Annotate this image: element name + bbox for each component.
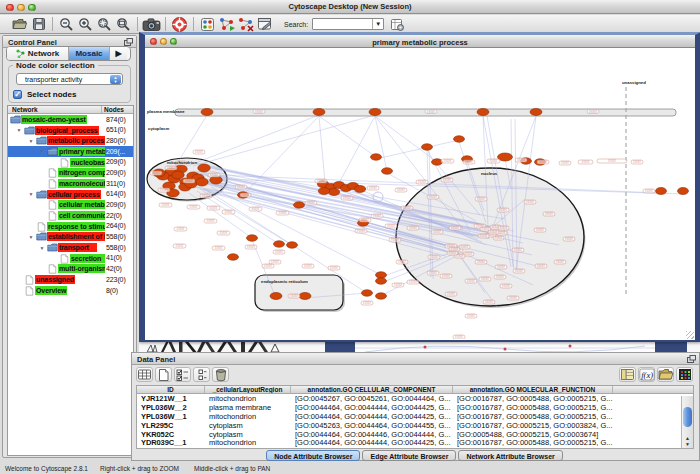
unselect-all-attributes-button[interactable] (193, 367, 210, 382)
table-row[interactable]: YPL036W__1mitochondrion[GO:0044464, GO:0… (137, 412, 693, 421)
tree-col-network[interactable]: Network (8, 106, 102, 113)
tree-col-nodes[interactable]: Nodes (102, 106, 133, 113)
tree-row[interactable]: nucleobase-209(0) (8, 157, 133, 168)
tree-row[interactable]: ▼metabolic process280(0) (8, 135, 133, 146)
network-edge[interactable] (375, 116, 387, 171)
network-node[interactable] (274, 241, 285, 248)
snapshot-button[interactable] (142, 16, 161, 33)
network-edge[interactable] (339, 116, 375, 183)
table-column-header[interactable]: _cellularLayoutRegion (205, 386, 291, 393)
network-edge[interactable] (376, 140, 459, 159)
tree-row[interactable]: ▼establishment of lo558(0) (8, 232, 133, 243)
network-edge[interactable] (375, 116, 437, 162)
network-edge[interactable] (193, 115, 375, 166)
network-node[interactable] (299, 293, 311, 300)
network-edge[interactable] (243, 116, 319, 195)
create-view-button[interactable] (217, 16, 236, 33)
network-node[interactable] (530, 109, 542, 116)
network-node[interactable] (376, 293, 387, 300)
table-row[interactable]: YLR295Ccytoplasm[GO:0045263, GO:0044464,… (137, 421, 693, 430)
tab-node-attribute-browser[interactable]: Node Attribute Browser (266, 450, 360, 461)
disclosure-triangle-icon[interactable]: ▼ (38, 245, 46, 251)
network-node[interactable] (678, 188, 689, 195)
tree-row[interactable]: ▼biological_process651(0) (8, 125, 133, 136)
network-node[interactable] (313, 109, 325, 116)
tree-row[interactable]: cellular metabo209(0) (8, 200, 133, 211)
network-node[interactable] (382, 168, 393, 175)
configure-search-button[interactable] (388, 16, 407, 33)
network-node[interactable] (318, 188, 330, 195)
function-builder-button[interactable]: f(x) (638, 367, 655, 382)
graphics-details-button[interactable] (198, 16, 217, 33)
disclosure-triangle-icon[interactable]: ▼ (27, 138, 35, 144)
tab-overflow-button[interactable]: ▶ (110, 47, 127, 60)
search-input[interactable]: ▼ (312, 18, 384, 30)
node-color-combobox[interactable]: transporter activity ▲▼ (16, 73, 123, 85)
select-nodes-checkbox[interactable]: ✓ (13, 90, 22, 99)
table-column-header[interactable]: annotation.GO MOLECULAR_FUNCTION (453, 386, 613, 393)
network-node[interactable] (287, 242, 298, 249)
float-panel-icon[interactable] (124, 38, 133, 46)
tree-row[interactable]: secretion 41(0) (8, 253, 133, 264)
delete-attribute-button[interactable] (212, 367, 229, 382)
network-node[interactable] (198, 164, 211, 172)
import-attributes-button[interactable] (657, 367, 674, 382)
table-row[interactable]: YKR052Ccytoplasm[GO:0044464, GO:0044446,… (137, 430, 693, 439)
destroy-view-button[interactable] (236, 16, 255, 33)
vizmapper-button[interactable] (170, 16, 189, 33)
network-edge[interactable] (319, 116, 376, 157)
select-attributes-button[interactable] (136, 367, 153, 382)
network-node[interactable] (196, 178, 209, 186)
network-node[interactable] (362, 290, 373, 297)
tab-mosaic[interactable]: Mosaic (69, 47, 110, 60)
table-column-header[interactable]: annotation.GO CELLULAR_COMPONENT (291, 386, 453, 393)
tree-row[interactable]: Overview8(0) (8, 285, 133, 296)
tree-row[interactable]: unassigned223(0) (8, 274, 133, 285)
scrollbar-arrows-icon[interactable]: ▲▼ (682, 435, 693, 447)
network-node[interactable] (270, 293, 282, 300)
tab-network[interactable]: Network (7, 47, 69, 60)
zoom-selected-button[interactable] (95, 16, 114, 33)
network-node[interactable] (432, 159, 443, 166)
resize-grip-icon[interactable] (686, 331, 694, 339)
tree-row[interactable]: ▼transport 558(0) (8, 242, 133, 253)
tree-row[interactable]: mosaic-demo-yeast874(0) (8, 114, 133, 125)
network-node[interactable] (247, 235, 258, 242)
network-edge[interactable] (319, 116, 325, 182)
search-dropdown-arrow-icon[interactable]: ▼ (372, 19, 383, 29)
select-all-attributes-button[interactable] (174, 367, 191, 382)
tree-row[interactable]: nitrogen compo209(0) (8, 167, 133, 178)
network-node[interactable] (477, 109, 489, 116)
table-scrollbar[interactable]: ▲▼ (681, 396, 693, 448)
disclosure-triangle-icon[interactable]: ▼ (27, 234, 35, 240)
tree-row[interactable]: multi-organism pro42(0) (8, 264, 133, 275)
network-node[interactable] (294, 202, 305, 209)
tree-row[interactable]: macromolecule311(0) (8, 178, 133, 189)
zoom-out-button[interactable] (57, 16, 76, 33)
table-row[interactable]: YJR121W__1mitochondrion[GO:0045267, GO:0… (137, 394, 693, 403)
network-node[interactable] (656, 188, 667, 195)
disclosure-triangle-icon[interactable]: ▼ (27, 191, 35, 197)
tree-row[interactable]: response to stimul264(0) (8, 221, 133, 232)
tree-row[interactable]: ▼primary metabo209(... (8, 146, 133, 157)
network-node[interactable] (454, 136, 465, 143)
network-node[interactable] (201, 109, 213, 116)
network-node[interactable] (376, 278, 387, 285)
disclosure-triangle-icon[interactable]: ▼ (38, 148, 46, 154)
annotation-button[interactable] (255, 16, 274, 33)
table-row[interactable]: YDR039C__1mitochondrion[GO:0044464, GO:0… (137, 438, 693, 447)
zoom-fit-button[interactable] (114, 16, 133, 33)
scrollbar-thumb[interactable] (683, 407, 692, 427)
tree-row[interactable]: cell communicat22(0) (8, 210, 133, 221)
network-node[interactable] (369, 109, 381, 116)
attribute-batch-button[interactable] (619, 367, 636, 382)
disclosure-triangle-icon[interactable]: ▼ (15, 127, 23, 133)
zoom-in-button[interactable] (76, 16, 95, 33)
network-node[interactable] (228, 254, 239, 261)
network-node[interactable] (328, 189, 340, 196)
tab-network-attribute-browser[interactable]: Network Attribute Browser (458, 450, 562, 461)
table-row[interactable]: YPL036W__2plasma membrane[GO:0044464, GO… (137, 403, 693, 412)
network-edge[interactable] (185, 115, 319, 167)
table-column-header[interactable]: ID (137, 386, 205, 393)
network-node[interactable] (376, 272, 387, 279)
